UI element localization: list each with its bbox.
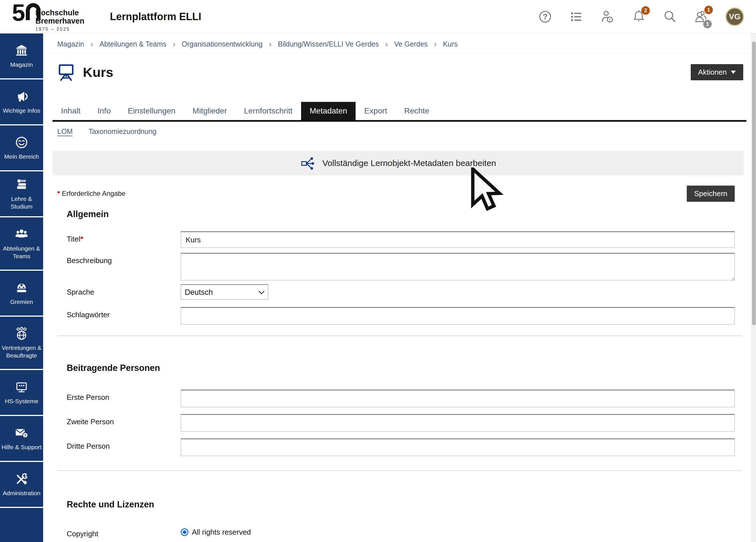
section-divider [57, 470, 742, 471]
caret-down-icon [731, 71, 736, 74]
required-asterisk: * [80, 235, 83, 243]
form-row-dritte-person: Dritte Person [67, 438, 736, 456]
zweite-person-label: Zweite Person [67, 414, 181, 426]
sidebar-item-mein-bereich[interactable]: Mein Bereich [0, 125, 43, 171]
tools-icon [14, 472, 29, 486]
sidebar-item-vertretungen-beauftragte[interactable]: Vertretungen & Beauftragte [0, 317, 43, 370]
agenda-list-button[interactable] [569, 10, 583, 24]
breadcrumb-current[interactable]: Kurs [443, 40, 457, 48]
breadcrumb-link[interactable]: Bildung/Wissen/ELLI Ve Gerdes [278, 40, 379, 48]
dritte-person-input[interactable] [181, 438, 735, 456]
help-icon: ? [538, 10, 552, 24]
tab-info[interactable]: Info [89, 102, 119, 120]
breadcrumb-link[interactable]: Magazin [57, 40, 84, 48]
sidebar-item-label: Hilfe & Support [1, 443, 41, 451]
page-title-row: Kurs Aktionen [57, 63, 743, 81]
sidebar-item-label: Vertretungen & Beauftragte [1, 344, 42, 360]
erste-person-input[interactable] [181, 390, 735, 407]
search-button[interactable] [663, 10, 677, 24]
sidebar-item-label: Lehre & Studium [1, 195, 42, 211]
app-title: Lernplattform ELLI [110, 11, 201, 23]
sidebar-item-administration[interactable]: Administration [0, 462, 43, 508]
contacts-badge-bottom: 1 [703, 20, 712, 28]
sidebar-item-abteilungen-teams[interactable]: Abteilungen & Teams [0, 217, 43, 271]
tab-lernfortschritt[interactable]: Lernfortschritt [236, 102, 301, 120]
section-heading-rechte: Rechte und Lizenzen [67, 499, 736, 510]
vertical-scrollbar-track[interactable] [751, 33, 756, 542]
sprache-select[interactable]: Deutsch [181, 284, 268, 300]
chevron-right-icon: › [91, 40, 93, 48]
logo-digit-5: 5 [12, 1, 25, 24]
tab-export[interactable]: Export [356, 102, 396, 120]
chevron-right-icon: › [434, 40, 437, 48]
section-heading-personen: Beitragende Personen [67, 363, 736, 373]
university-logo[interactable]: 5 Hochschule Bremerhaven 1975 – 2025 [12, 1, 84, 32]
main-sidebar: Magazin Wichtige Infos Mein Bereich [0, 33, 43, 542]
contacts-badge-top: 1 [704, 6, 713, 14]
sidebar-item-magazin[interactable]: Magazin [0, 33, 43, 79]
sprache-label: Sprache [67, 284, 181, 297]
bank-icon [14, 43, 29, 58]
logo-line2: Bremerhaven [35, 17, 85, 25]
chevron-right-icon: › [173, 40, 175, 48]
search-icon [663, 10, 677, 24]
breadcrumb-link[interactable]: Organisationsentwicklung [182, 40, 263, 48]
schlagwoerter-label: Schlagwörter [67, 307, 181, 319]
breadcrumb-link[interactable]: Ve Gerdes [394, 40, 428, 48]
copyright-label: Copyright [67, 526, 181, 538]
contacts-button[interactable]: 1 1 [694, 10, 708, 24]
tab-mitglieder[interactable]: Mitglieder [184, 102, 235, 120]
user-alert-button[interactable]: ! [600, 10, 615, 24]
chevron-right-icon: › [385, 40, 388, 48]
breadcrumb-link[interactable]: Abteilungen & Teams [100, 40, 167, 48]
logo-text: Hochschule Bremerhaven 1975 – 2025 [35, 9, 85, 32]
required-note: * Erforderliche Angabe [57, 186, 125, 198]
notifications-button[interactable]: 2 [632, 10, 646, 24]
sidebar-item-wichtige-infos[interactable]: Wichtige Infos [0, 79, 43, 125]
copyright-radio-label: All rights reserved [192, 528, 251, 537]
svg-text:!: ! [609, 17, 611, 22]
sidebar-item-hs-systeme[interactable]: HS-Systeme [0, 370, 43, 416]
schlagwoerter-input[interactable] [181, 307, 735, 325]
share-nodes-icon [300, 156, 315, 171]
mail-question-icon: ? [14, 426, 29, 440]
sidebar-item-label: Wichtige Infos [3, 107, 40, 114]
user-alert-icon: ! [600, 10, 615, 24]
tab-inhalt[interactable]: Inhalt [53, 102, 89, 120]
vertical-scrollbar-thumb[interactable] [752, 41, 756, 325]
zweite-person-input[interactable] [181, 414, 735, 432]
subtab-lom[interactable]: LOM [57, 127, 73, 136]
copyright-radio[interactable] [181, 528, 188, 536]
sidebar-item-gremien[interactable]: Gremien [0, 271, 43, 317]
sidebar-item-hilfe-support[interactable]: ? Hilfe & Support [0, 416, 43, 462]
tab-einstellungen[interactable]: Einstellungen [119, 102, 184, 120]
form-row-titel: Titel* [67, 231, 736, 248]
titel-input[interactable] [181, 231, 735, 248]
tab-metadaten[interactable]: Metadaten [301, 102, 356, 120]
save-button[interactable]: Speichern [687, 186, 735, 202]
subtab-taxonomiezuordnung[interactable]: Taxonomiezuordnung [89, 127, 156, 136]
actions-button[interactable]: Aktionen [691, 64, 743, 80]
logo-line1: Hochschule [35, 9, 85, 17]
sidebar-item-label: Gremien [10, 298, 33, 306]
people-group-icon [14, 227, 29, 242]
actions-button-label: Aktionen [698, 68, 727, 77]
help-button[interactable]: ? [538, 10, 552, 24]
sidebar-item-lehre-studium[interactable]: Lehre & Studium [0, 171, 43, 217]
form-row-copyright: Copyright All rights reserved [67, 526, 736, 538]
edit-full-metadata-banner[interactable]: Vollständige Lernobjekt-Metadaten bearbe… [53, 151, 744, 175]
top-header: 5 Hochschule Bremerhaven 1975 – 2025 Ler… [0, 0, 756, 33]
required-asterisk: * [57, 190, 60, 197]
form-header-row: * Erforderliche Angabe Speichern [57, 186, 735, 202]
sidebar-item-label: Mein Bereich [4, 153, 39, 160]
user-avatar[interactable]: VG [725, 7, 744, 26]
dritte-person-label: Dritte Person [67, 438, 181, 451]
beschreibung-textarea[interactable] [181, 253, 735, 280]
header-icon-bar: ? ! 2 [538, 7, 744, 26]
chevron-right-icon: › [269, 40, 272, 48]
svg-text:?: ? [24, 433, 26, 438]
tab-rechte[interactable]: Rechte [396, 102, 438, 120]
sidebar-item-label: HS-Systeme [5, 397, 38, 405]
radio-dot [183, 530, 186, 534]
sidebar-item-label: Administration [3, 489, 40, 497]
